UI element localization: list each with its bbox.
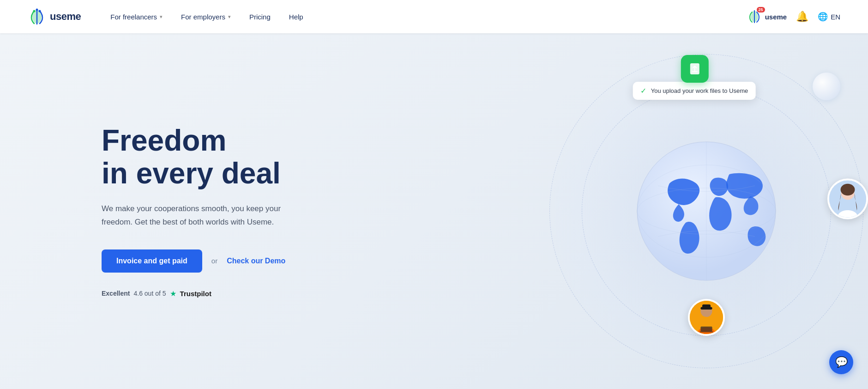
- svg-point-0: [33, 10, 36, 12]
- trustpilot-row: Excellent 4.6 out of 5 ★ Trustpilot: [102, 289, 286, 298]
- notification-badge: 25: [757, 7, 765, 12]
- chat-button[interactable]: 💬: [829, 350, 853, 374]
- globe-icon: 🌐: [818, 12, 828, 22]
- nav-help[interactable]: Help: [282, 9, 311, 24]
- hero-subtitle: We make your cooperations smooth, you ke…: [102, 202, 286, 229]
- logo-text: useme: [50, 11, 81, 23]
- nav-freelancers[interactable]: For freelancers ▾: [103, 9, 170, 24]
- sphere-accent: [813, 73, 840, 100]
- trust-excellent: Excellent: [102, 290, 130, 297]
- language-selector[interactable]: 🌐 EN: [818, 12, 840, 22]
- chevron-down-icon: ▾: [228, 14, 231, 20]
- invoice-button[interactable]: Invoice and get paid: [102, 249, 202, 273]
- nav-pricing[interactable]: Pricing: [242, 9, 278, 24]
- demo-link[interactable]: Check our Demo: [227, 257, 285, 265]
- hero-visual: ✓ You upload your work files to Useme: [517, 45, 868, 377]
- nav-links: For freelancers ▾ For employers ▾ Pricin…: [103, 9, 746, 24]
- logo-link[interactable]: useme: [28, 7, 81, 26]
- trustpilot-name: Trustpilot: [180, 290, 211, 298]
- svg-rect-18: [700, 331, 713, 333]
- notifications-bell[interactable]: 🔔: [796, 11, 808, 23]
- globe-container: ✓ You upload your work files to Useme: [517, 45, 868, 377]
- check-icon: ✓: [640, 86, 646, 95]
- upload-icon: [681, 55, 709, 83]
- globe-svg: [633, 137, 780, 285]
- avatar-woman: [827, 179, 868, 219]
- chevron-down-icon: ▾: [160, 14, 163, 20]
- account-link[interactable]: 25 useme: [747, 9, 787, 24]
- nav-employers[interactable]: For employers ▾: [174, 9, 238, 24]
- hero-content: Freedom in every deal We make your coope…: [102, 124, 286, 298]
- svg-rect-17: [700, 327, 712, 332]
- avatar-man: [688, 299, 725, 336]
- upload-card-text: You upload your work files to Useme: [651, 87, 748, 94]
- account-label: useme: [765, 13, 787, 21]
- trust-rating: 4.6 out of 5: [133, 290, 166, 297]
- svg-point-2: [39, 10, 41, 12]
- bell-icon: 🔔: [796, 11, 808, 22]
- language-label: EN: [831, 13, 840, 21]
- cta-or-text: or: [211, 257, 217, 265]
- upload-card: ✓ You upload your work files to Useme: [633, 82, 756, 100]
- navbar: useme For freelancers ▾ For employers ▾ …: [0, 0, 868, 33]
- svg-point-1: [36, 9, 38, 11]
- hero-title: Freedom in every deal: [102, 124, 286, 189]
- nav-right: 25 useme 🔔 🌐 EN: [747, 9, 840, 24]
- svg-point-12: [841, 184, 855, 195]
- hero-cta: Invoice and get paid or Check our Demo: [102, 249, 286, 273]
- svg-rect-16: [702, 304, 711, 308]
- chat-icon: 💬: [835, 356, 848, 368]
- trust-star-icon: ★: [170, 289, 176, 298]
- hero-section: Freedom in every deal We make your coope…: [0, 33, 868, 389]
